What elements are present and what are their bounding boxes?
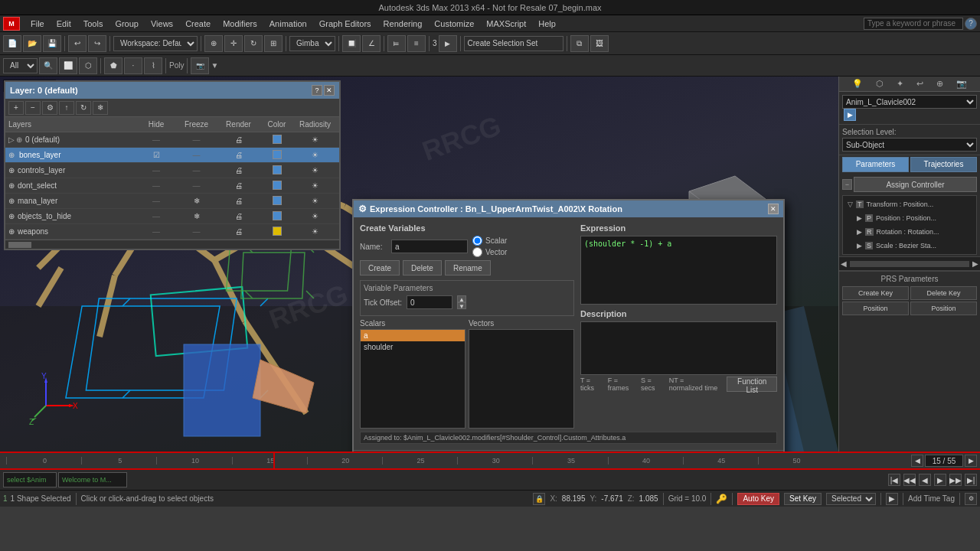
function-list-btn[interactable]: Function List [727, 377, 777, 392]
menu-rendering[interactable]: Rendering [377, 18, 429, 30]
layer-settings-btn[interactable]: ⚙ [42, 101, 57, 115]
tree-item-position[interactable]: ▶ P Position : Position... [844, 211, 975, 225]
save-btn[interactable]: 💾 [43, 35, 61, 52]
scalar-radio-label[interactable]: Scalar [472, 236, 507, 246]
render-btn[interactable]: 🖼 [590, 35, 609, 52]
list-item[interactable]: ▷⊕0 (default) — — 🖨 ☀ [5, 132, 339, 148]
set-key-btn[interactable]: Set Key [784, 493, 822, 505]
menu-tools[interactable]: Tools [77, 18, 109, 30]
scroll-right-btn[interactable]: ▶ [972, 259, 978, 268]
goto-start-btn[interactable]: |◀ [888, 474, 900, 486]
expression-dialog-close[interactable]: ✕ [768, 204, 779, 214]
play-fwd-btn[interactable]: ▶ [934, 474, 946, 486]
menu-views[interactable]: Views [145, 18, 179, 30]
next-frame-btn[interactable]: ▶ [965, 455, 977, 467]
space-warps-icon[interactable]: ↩ [916, 79, 923, 89]
delete-key-btn[interactable]: Delete Key [910, 286, 977, 300]
vector-radio-label[interactable]: Vector [472, 247, 507, 257]
menu-animation[interactable]: Animation [263, 18, 313, 30]
menu-customize[interactable]: Customize [428, 18, 480, 30]
align-btn[interactable]: ≡ [407, 35, 426, 52]
scalars-list[interactable]: a shoulder [360, 329, 466, 429]
tick-offset-input[interactable] [407, 295, 452, 309]
layer-delete-btn[interactable]: − [25, 101, 41, 115]
lock-btn[interactable]: 🔒 [533, 493, 545, 505]
menu-graph-editors[interactable]: Graph Editors [313, 18, 377, 30]
create-key-btn[interactable]: Create Key [842, 286, 909, 300]
anim-name-select[interactable]: Anim_L_Clavicle002 [842, 95, 977, 109]
goto-end-btn[interactable]: ▶| [965, 474, 977, 486]
create-selection-input[interactable] [464, 36, 564, 51]
mesh-icon[interactable]: ⬡ [876, 79, 884, 89]
menu-group[interactable]: Group [109, 18, 145, 30]
position-btn1[interactable]: Position [842, 302, 909, 315]
rename-btn[interactable]: Rename [445, 260, 491, 276]
undo-btn[interactable]: ↩ [68, 35, 87, 52]
vertex-btn[interactable]: · [124, 57, 142, 74]
move-btn[interactable]: ✛ [224, 35, 243, 52]
select-btn[interactable]: ⊕ [204, 35, 223, 52]
right-panel-scrollbar[interactable]: ◀ ▶ [839, 257, 980, 271]
vector-radio[interactable] [472, 247, 482, 257]
app-logo-btn[interactable]: M [3, 17, 20, 31]
angle-snap-btn[interactable]: ∠ [362, 35, 381, 52]
prev-frame-btn[interactable]: ◀ [911, 455, 923, 467]
selected-dropdown[interactable]: Selected [826, 493, 876, 505]
menu-help[interactable]: Help [532, 18, 562, 30]
variable-name-input[interactable] [391, 240, 468, 253]
key-filters-btn[interactable]: ⚙ [965, 493, 977, 505]
menu-create[interactable]: Create [179, 18, 217, 30]
edge-btn[interactable]: ⌇ [144, 57, 162, 74]
layer-freeze-btn[interactable]: ❄ [93, 101, 108, 115]
list-item[interactable]: ⊕dont_select — — 🖨 ☀ [5, 178, 339, 194]
list-item[interactable]: ⊕objects_to_hide — ❄ 🖨 ☀ [5, 209, 339, 224]
particles-icon[interactable]: ✦ [897, 79, 903, 89]
tab-parameters[interactable]: Parameters [842, 157, 909, 172]
open-btn[interactable]: 📂 [23, 35, 41, 52]
prev-key-btn[interactable]: ◀◀ [903, 474, 916, 486]
layer-manager-btn[interactable]: ⧉ [570, 35, 589, 52]
rect-select-btn[interactable]: ⬜ [59, 57, 77, 74]
list-item[interactable]: ⊕weapons — — 🖨 ☀ [5, 224, 339, 240]
anim-select-btn[interactable]: ▶ [844, 109, 856, 121]
collapse-btn[interactable]: − [842, 179, 852, 190]
polygon-select-btn[interactable]: ⬟ [104, 57, 122, 74]
expression-text-box[interactable]: (shoulder * -1) + a [580, 236, 777, 305]
snap-btn[interactable]: 🔲 [342, 35, 361, 52]
next-key-btn[interactable]: ▶▶ [949, 474, 962, 486]
menu-modifiers[interactable]: Modifiers [217, 18, 263, 30]
layer-panel-close[interactable]: ✕ [324, 85, 335, 96]
new-btn[interactable]: 📄 [3, 35, 21, 52]
scroll-left-btn[interactable]: ◀ [841, 259, 847, 268]
list-item[interactable]: ⊕bones_layer ☑ — 🖨 ☀ [5, 148, 339, 163]
menu-file[interactable]: File [24, 18, 51, 30]
cam-view-btn[interactable]: 📷 [191, 57, 209, 74]
layer-new-btn[interactable]: + [8, 101, 24, 115]
auto-key-btn[interactable]: Auto Key [737, 493, 779, 505]
list-item[interactable]: ⊕controls_layer — — 🖨 ☀ [5, 163, 339, 178]
position-btn2[interactable]: Position [910, 302, 977, 315]
play-reverse-btn[interactable]: ◀ [919, 474, 931, 486]
gimbal-select[interactable]: Gimbal [289, 36, 335, 51]
help-btn[interactable]: ? [965, 18, 977, 30]
scale-btn[interactable]: ⊞ [264, 35, 283, 52]
redo-btn[interactable]: ↪ [88, 35, 106, 52]
tree-item-transform[interactable]: ▽ T Transform : Position... [844, 197, 975, 211]
layer-refresh-btn[interactable]: ↻ [76, 101, 91, 115]
tab-trajectories[interactable]: Trajectories [910, 157, 977, 172]
selection-level-select[interactable]: Sub-Object [842, 138, 977, 152]
create-btn[interactable]: Create [360, 260, 400, 276]
timeline-ruler[interactable]: 0 5 10 15 20 25 30 35 40 45 50 ◀ 15 / 55… [0, 453, 980, 468]
delete-btn[interactable]: Delete [403, 260, 442, 276]
camera-icon[interactable]: 📷 [956, 79, 967, 89]
scalar-radio[interactable] [472, 236, 482, 246]
tick-up-btn[interactable]: ▲ [457, 295, 466, 302]
menu-maxscript[interactable]: MAXScript [480, 18, 532, 30]
layer-scrollbar[interactable] [5, 240, 339, 249]
assign-controller-btn[interactable]: Assign Controller [854, 177, 977, 192]
tick-down-btn[interactable]: ▼ [457, 302, 466, 309]
description-box[interactable] [580, 321, 777, 375]
menu-edit[interactable]: Edit [51, 18, 77, 30]
rotate-btn[interactable]: ↻ [244, 35, 263, 52]
list-item[interactable]: ⊕mana_layer — ❄ 🖨 ☀ [5, 194, 339, 209]
